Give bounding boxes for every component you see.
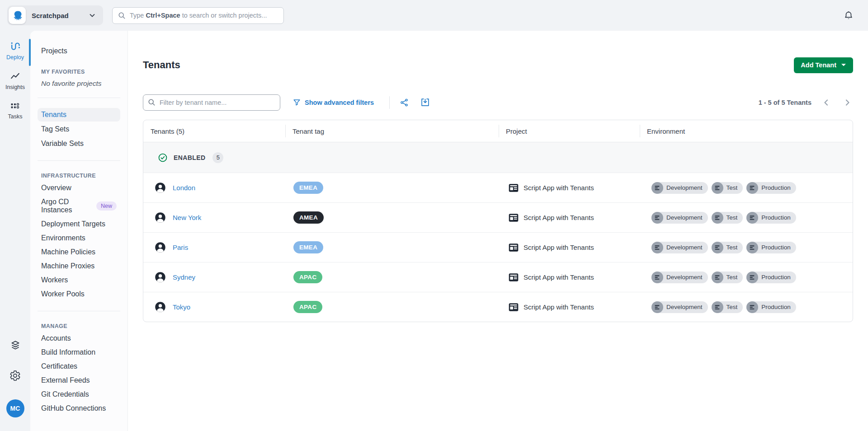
main-content: Tenants Add Tenant Show advanced filters (128, 31, 868, 431)
notifications-bell-button[interactable] (841, 8, 856, 23)
sidebar-item-label: Tenants (41, 111, 66, 119)
octopus-logo-icon (11, 9, 24, 22)
search-icon (118, 12, 126, 19)
user-avatar[interactable]: MC (6, 399, 24, 417)
sidebar-item-deployment-targets[interactable]: Deployment Targets (38, 217, 120, 231)
environment-chip: Development (651, 242, 708, 253)
export-tenants-button[interactable] (418, 95, 433, 110)
table-row: Paris EMEA Script App with Tenants Devel… (143, 232, 853, 262)
sidebar-item-external-feeds[interactable]: External Feeds (38, 373, 120, 387)
tenant-tag-pill: APAC (293, 271, 322, 283)
filter-funnel-icon (293, 98, 301, 106)
environment-chip: Test (712, 272, 743, 283)
content-panel: Projects MY FAVORITES No favorite projec… (30, 31, 868, 431)
tenant-table: Tenants (5) Tenant tag Project Environme… (143, 120, 853, 322)
global-search-input[interactable]: Type Ctrl+Space to search or switch proj… (112, 7, 284, 24)
sidebar-item-git-credentials[interactable]: Git Credentials (38, 387, 120, 401)
rail-item-label: Tasks (8, 113, 23, 120)
project-icon (508, 242, 519, 253)
tenant-link[interactable]: Sydney (173, 273, 195, 281)
app-root: Scratchpad Type Ctrl+Space to search or … (0, 0, 868, 431)
tenant-avatar-icon (154, 241, 166, 253)
tenant-tag-cell: APAC (285, 301, 499, 313)
add-tenant-label: Add Tenant (801, 61, 836, 69)
sidebar-item-workers[interactable]: Workers (38, 273, 120, 287)
sidebar-item-machine-proxies[interactable]: Machine Proxies (38, 259, 120, 273)
sidebar-item-label: Build Information (41, 348, 95, 356)
rail-item-label: Deploy (6, 54, 24, 61)
tenant-tag-pill: EMEA (293, 182, 323, 194)
sidebar-item-label: Accounts (41, 334, 71, 342)
project-name: Script App with Tenants (524, 303, 594, 311)
tenant-link[interactable]: London (173, 184, 195, 192)
environment-cell: Development Test Production (640, 272, 853, 283)
environment-chip: Test (712, 182, 743, 194)
rail-item-tasks[interactable]: Tasks (8, 100, 23, 120)
project-switcher[interactable]: Scratchpad (7, 5, 103, 25)
environment-icon (746, 242, 758, 253)
environment-chip: Development (651, 212, 708, 224)
spaces-button[interactable] (9, 339, 21, 353)
sidebar-divider (38, 160, 120, 161)
environment-chip-label: Development (666, 214, 703, 221)
environment-chip: Test (712, 212, 743, 224)
sidebar-item-accounts[interactable]: Accounts (38, 331, 120, 345)
project-cell: Script App with Tenants (499, 301, 640, 313)
sidebar-item-certificates[interactable]: Certificates (38, 359, 120, 373)
column-header-tenant-tag: Tenant tag (285, 120, 499, 142)
tenant-name-cell: New York (143, 211, 285, 224)
environment-chip: Production (746, 301, 796, 313)
tenant-avatar-icon (154, 271, 166, 283)
project-cell: Script App with Tenants (499, 272, 640, 283)
chevron-down-icon (89, 12, 96, 19)
environment-chip-label: Production (761, 304, 791, 310)
environment-chip-label: Development (666, 304, 703, 310)
sidebar-item-projects[interactable]: Projects (30, 45, 127, 57)
project-name: Script App with Tenants (524, 214, 594, 221)
new-badge: New (96, 201, 117, 211)
tenant-filter-input[interactable] (143, 94, 280, 111)
next-page-button[interactable] (841, 97, 853, 108)
environment-icon (746, 301, 758, 313)
tenant-toolbar: Show advanced filters 1 - 5 of 5 Tenants (143, 94, 853, 111)
table-row: London EMEA Script App with Tenants Deve… (143, 173, 853, 202)
sidebar-item-label: Machine Policies (41, 248, 95, 256)
project-name: Script App with Tenants (524, 244, 594, 251)
tenant-name-cell: London (143, 182, 285, 194)
sidebar-item-machine-policies[interactable]: Machine Policies (38, 245, 120, 259)
tenant-avatar-icon (154, 182, 166, 194)
rail-item-label: Insights (5, 84, 25, 90)
sidebar-item-label: Git Credentials (41, 390, 89, 398)
tenant-filter (143, 94, 280, 111)
sidebar-item-tenants[interactable]: Tenants (38, 108, 120, 122)
rail-item-deploy[interactable]: Deploy (6, 41, 24, 61)
previous-page-button[interactable] (821, 97, 832, 108)
environment-chip: Production (746, 272, 796, 283)
show-advanced-filters-button[interactable]: Show advanced filters (293, 98, 374, 106)
sidebar-item-worker-pools[interactable]: Worker Pools (38, 287, 120, 301)
environment-chip-label: Production (761, 244, 791, 251)
tenant-link[interactable]: New York (173, 214, 201, 221)
tenant-name-cell: Tokyo (143, 301, 285, 313)
settings-button[interactable] (9, 370, 21, 383)
environment-chip: Development (651, 182, 708, 194)
rail-item-insights[interactable]: Insights (5, 70, 25, 90)
rail-active-indicator (29, 39, 31, 66)
enabled-group-row[interactable]: ENABLED 5 (143, 142, 853, 173)
share-filter-button[interactable] (397, 95, 411, 110)
gear-icon (9, 370, 21, 381)
sidebar-item-build-information[interactable]: Build Information (38, 345, 120, 359)
insights-icon (9, 70, 21, 82)
sidebar-item-tag-sets[interactable]: Tag Sets (38, 122, 120, 136)
environment-chip: Production (746, 182, 796, 194)
sidebar-item-environments[interactable]: Environments (38, 231, 120, 245)
sidebar-item-variable-sets[interactable]: Variable Sets (38, 137, 120, 150)
tenant-link[interactable]: Tokyo (173, 303, 190, 311)
sidebar-item-overview[interactable]: Overview (38, 181, 120, 195)
environment-chip: Development (651, 301, 708, 313)
environment-cell: Development Test Production (640, 212, 853, 224)
sidebar-item-argo-cd-instances[interactable]: Argo CD InstancesNew (38, 195, 120, 217)
sidebar-item-github-connections[interactable]: GitHub Connections (38, 401, 120, 415)
tenant-link[interactable]: Paris (173, 244, 188, 251)
add-tenant-button[interactable]: Add Tenant (794, 57, 853, 73)
